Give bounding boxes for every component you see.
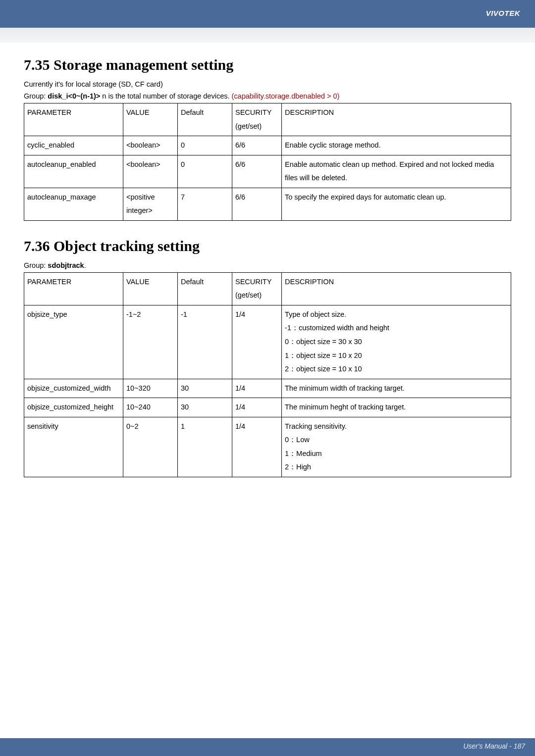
desc-line: 1：object size = 10 x 20 — [285, 349, 508, 363]
cell-security: 1/4 — [232, 305, 282, 379]
cell-default: 30 — [178, 379, 232, 398]
group-red: (capability.storage.dbenabled > 0) — [232, 92, 340, 100]
section-title-storage: 7.35 Storage management setting — [24, 56, 511, 73]
cell-security: 1/4 — [232, 417, 282, 477]
desc-line: 1：Medium — [285, 447, 508, 461]
table-row: autocleanup_enabled <boolean> 0 6/6 Enab… — [24, 155, 511, 188]
th-security: SECURITY (get/set) — [232, 272, 282, 305]
desc-line: The minimum heght of tracking target. — [285, 401, 508, 414]
cell-security: 6/6 — [232, 136, 282, 155]
cell-desc: Enable automatic clean up method. Expire… — [282, 155, 511, 188]
cell-param: sensitivity — [24, 417, 123, 477]
desc-line: Type of object size. — [285, 308, 508, 322]
cell-default: 0 — [178, 136, 232, 155]
cell-default: -1 — [178, 305, 232, 379]
brand-label: VIVOTEK — [486, 9, 520, 17]
desc-line: 2：High — [285, 460, 508, 474]
cell-desc: Tracking sensitivity. 0：Low 1：Medium 2：H… — [282, 417, 511, 477]
cell-default: 1 — [178, 417, 232, 477]
group-rest: n is the total number of storage devices… — [100, 92, 231, 100]
cell-value: <positive integer> — [123, 188, 178, 220]
cell-value: -1~2 — [123, 305, 178, 379]
group-prefix: Group: — [24, 92, 48, 100]
th-description: DESCRIPTION — [282, 103, 511, 136]
cell-value: <boolean> — [123, 136, 178, 155]
table-row: sensitivity 0~2 1 1/4 Tracking sensitivi… — [24, 417, 511, 477]
cell-default: 30 — [178, 398, 232, 417]
group-suffix: . — [84, 261, 86, 269]
cell-desc: The minimum heght of tracking target. — [282, 398, 511, 417]
table-row: objsize_customized_width 10~320 30 1/4 T… — [24, 379, 511, 398]
cell-desc: Enable cyclic storage method. — [282, 136, 511, 155]
desc-line: The minimum width of tracking target. — [285, 382, 508, 396]
cell-value: 0~2 — [123, 417, 178, 477]
storage-table: PARAMETER VALUE Default SECURITY (get/se… — [24, 103, 511, 221]
table-row: objsize_type -1~2 -1 1/4 Type of object … — [24, 305, 511, 379]
desc-line: -1：customized width and height — [285, 321, 508, 335]
th-security: SECURITY (get/set) — [232, 103, 282, 136]
desc-line: 0：Low — [285, 433, 508, 447]
page-header: VIVOTEK — [0, 0, 535, 28]
th-value: VALUE — [123, 103, 178, 136]
cell-param: objsize_customized_width — [24, 379, 123, 398]
group-bold: disk_i<0~(n-1)> — [48, 92, 100, 100]
table-row: objsize_customized_height 10~240 30 1/4 … — [24, 398, 511, 417]
page-footer: User's Manual - 187 — [0, 738, 535, 756]
storage-group-line: Group: disk_i<0~(n-1)> n is the total nu… — [24, 92, 511, 100]
cell-param: autocleanup_maxage — [24, 188, 123, 220]
storage-note: Currently it's for local storage (SD, CF… — [24, 80, 511, 88]
desc-line: 2：object size = 10 x 10 — [285, 362, 508, 376]
cell-param: objsize_type — [24, 305, 123, 379]
cell-desc: Type of object size. -1：customized width… — [282, 305, 511, 379]
cell-value: 10~320 — [123, 379, 178, 398]
group-prefix: Group: — [24, 261, 48, 269]
th-value: VALUE — [123, 272, 178, 305]
th-default: Default — [178, 103, 232, 136]
th-description: DESCRIPTION — [282, 272, 511, 305]
header-strip — [0, 28, 535, 43]
cell-param: cyclic_enabled — [24, 136, 123, 155]
group-bold: sdobjtrack — [48, 261, 84, 269]
cell-security: 6/6 — [232, 188, 282, 220]
th-parameter: PARAMETER — [24, 272, 123, 305]
cell-value: 10~240 — [123, 398, 178, 417]
desc-line: Tracking sensitivity. — [285, 420, 508, 434]
cell-security: 6/6 — [232, 155, 282, 188]
th-security-2: (get/set) — [235, 291, 262, 299]
tracking-table: PARAMETER VALUE Default SECURITY (get/se… — [24, 272, 511, 477]
tracking-group-line: Group: sdobjtrack. — [24, 261, 511, 269]
cell-param: autocleanup_enabled — [24, 155, 123, 188]
cell-security: 1/4 — [232, 379, 282, 398]
cell-value: <boolean> — [123, 155, 178, 188]
table-row: cyclic_enabled <boolean> 0 6/6 Enable cy… — [24, 136, 511, 155]
page-content: 7.35 Storage management setting Currentl… — [0, 43, 535, 477]
desc-line: 0：object size = 30 x 30 — [285, 335, 508, 349]
table-row: autocleanup_maxage <positive integer> 7 … — [24, 188, 511, 220]
cell-desc: The minimum width of tracking target. — [282, 379, 511, 398]
cell-security: 1/4 — [232, 398, 282, 417]
th-default: Default — [178, 272, 232, 305]
th-security-2: (get/set) — [235, 122, 262, 130]
table-header-row: PARAMETER VALUE Default SECURITY (get/se… — [24, 103, 511, 136]
page-number: User's Manual - 187 — [463, 742, 525, 750]
section-title-tracking: 7.36 Object tracking setting — [24, 238, 511, 254]
cell-default: 0 — [178, 155, 232, 188]
th-security-1: SECURITY — [235, 108, 271, 116]
th-security-1: SECURITY — [235, 278, 271, 286]
cell-param: objsize_customized_height — [24, 398, 123, 417]
table-header-row: PARAMETER VALUE Default SECURITY (get/se… — [24, 272, 511, 305]
th-parameter: PARAMETER — [24, 103, 123, 136]
cell-default: 7 — [178, 188, 232, 220]
cell-desc: To specify the expired days for automati… — [282, 188, 511, 220]
